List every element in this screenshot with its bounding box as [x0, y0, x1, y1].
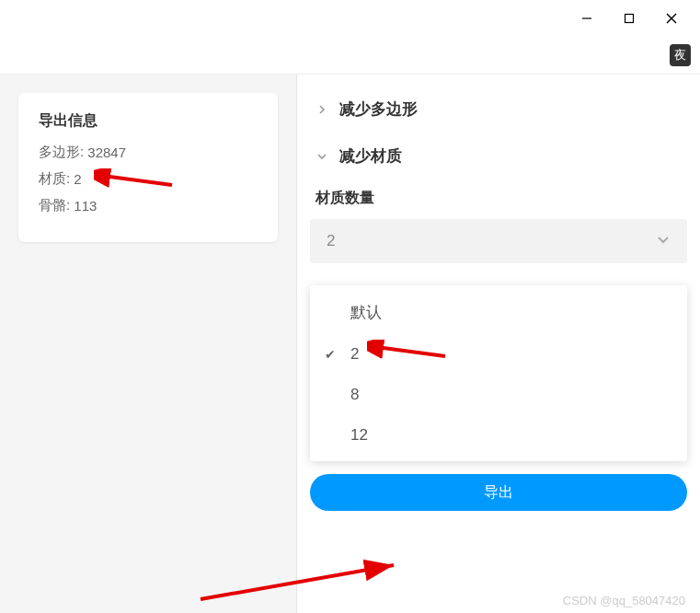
dropdown-option-8[interactable]: 8 — [310, 375, 687, 415]
window-titlebar — [0, 0, 700, 37]
dropdown-option-12[interactable]: 12 — [310, 415, 687, 456]
svg-line-7 — [376, 347, 445, 356]
chevron-down-icon — [656, 232, 671, 251]
materials-row: 材质: 2 — [39, 170, 258, 188]
polygons-value: 32847 — [87, 145, 126, 160]
export-info-card: 导出信息 多边形: 32847 材质: 2 骨骼: 113 — [18, 93, 278, 242]
watermark-text: CSDN @qq_58047420 — [563, 594, 685, 607]
option-label: 默认 — [350, 302, 382, 323]
option-label: 12 — [350, 426, 368, 445]
svg-line-5 — [103, 176, 172, 185]
maximize-icon — [624, 13, 635, 24]
annotation-arrow-icon — [367, 340, 450, 362]
export-button-label: 导出 — [484, 483, 513, 503]
bones-row: 骨骼: 113 — [39, 197, 258, 214]
polygons-row: 多边形: 32847 — [39, 144, 258, 161]
dropdown-option-2[interactable]: ✔ 2 — [310, 334, 687, 375]
minimize-button[interactable] — [566, 4, 608, 33]
bones-label: 骨骼: — [39, 197, 70, 214]
dropdown-option-default[interactable]: 默认 — [310, 291, 687, 334]
materials-label: 材质: — [39, 170, 70, 188]
chevron-down-icon — [316, 152, 328, 161]
toolbar-row: 夜 — [0, 37, 700, 74]
annotation-arrow-icon — [94, 168, 177, 191]
main-content: 导出信息 多边形: 32847 材质: 2 骨骼: 113 — [0, 74, 700, 613]
select-value: 2 — [327, 232, 335, 250]
section-label: 减少材质 — [339, 145, 402, 167]
section-reduce-polygons[interactable]: 减少多边形 — [297, 86, 700, 133]
maximize-button[interactable] — [608, 4, 650, 33]
section-reduce-materials[interactable]: 减少材质 — [297, 133, 700, 179]
section-label: 减少多边形 — [339, 98, 418, 120]
left-panel: 导出信息 多边形: 32847 材质: 2 骨骼: 113 — [0, 75, 296, 613]
bones-value: 113 — [74, 198, 97, 214]
option-label: 2 — [350, 345, 359, 364]
material-count-select[interactable]: 2 — [310, 219, 687, 263]
info-card-title: 导出信息 — [39, 111, 258, 131]
polygons-label: 多边形: — [39, 144, 84, 161]
close-button[interactable] — [650, 4, 693, 33]
material-count-dropdown: 默认 ✔ 2 8 12 — [310, 285, 687, 461]
export-button[interactable]: 导出 — [310, 474, 687, 511]
right-panel: 减少多边形 减少材质 材质数量 2 默认 ✔ 2 — [296, 75, 700, 613]
night-mode-badge[interactable]: 夜 — [670, 44, 691, 66]
svg-rect-1 — [625, 15, 634, 23]
material-count-label: 材质数量 — [297, 179, 700, 219]
close-icon — [666, 13, 677, 24]
check-icon: ✔ — [325, 347, 336, 362]
materials-value: 2 — [74, 171, 81, 187]
minimize-icon — [581, 13, 592, 24]
option-label: 8 — [350, 386, 359, 404]
chevron-right-icon — [316, 105, 328, 114]
